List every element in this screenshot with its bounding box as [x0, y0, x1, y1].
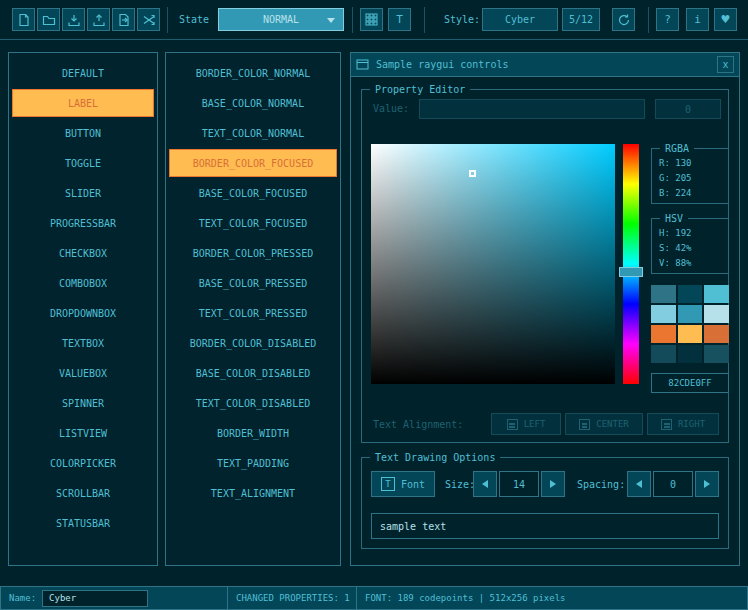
style-combo-value: Cyber [505, 14, 535, 25]
palette-swatch[interactable] [704, 345, 729, 363]
property-list-item[interactable]: TEXT_PADDING [169, 448, 337, 478]
value-input[interactable] [419, 99, 645, 119]
font-atlas-button[interactable]: T [388, 8, 411, 31]
properties-list: BORDER_COLOR_NORMAL BASE_COLOR_NORMAL TE… [165, 52, 341, 566]
close-button[interactable]: x [717, 56, 734, 73]
style-label: Style: [444, 14, 480, 25]
control-list-item[interactable]: DROPDOWNBOX [12, 298, 154, 328]
control-list-item[interactable]: DEFAULT [12, 58, 154, 88]
hue-slider-handle[interactable] [619, 267, 643, 277]
control-list-item-selected[interactable]: LABEL [12, 89, 154, 117]
style-combo[interactable]: Cyber [482, 8, 558, 31]
property-list-item-selected[interactable]: BORDER_COLOR_FOCUSED [169, 149, 337, 177]
spacing-value-box[interactable]: 0 [653, 471, 693, 497]
palette-swatch[interactable] [678, 345, 703, 363]
import-style-button[interactable] [87, 8, 110, 31]
property-list-item[interactable]: TEXT_COLOR_NORMAL [169, 118, 337, 148]
grid-icon [365, 13, 378, 26]
open-folder-icon [42, 13, 56, 27]
size-value-box[interactable]: 14 [499, 471, 539, 497]
arrow-right-icon [704, 480, 710, 488]
control-list-item[interactable]: TOGGLE [12, 148, 154, 178]
control-list-item[interactable]: LISTVIEW [12, 418, 154, 448]
help-button[interactable]: ? [656, 8, 679, 31]
property-list-item[interactable]: TEXT_COLOR_PRESSED [169, 298, 337, 328]
palette-swatch[interactable] [678, 325, 703, 343]
sample-text-input[interactable]: sample text [371, 513, 719, 539]
control-list-item[interactable]: VALUEBOX [12, 358, 154, 388]
property-list-item[interactable]: BORDER_WIDTH [169, 418, 337, 448]
property-list-item[interactable]: BASE_COLOR_DISABLED [169, 358, 337, 388]
align-left-button[interactable]: LEFT [491, 413, 561, 435]
sponsor-button[interactable]: ♥ [714, 8, 737, 31]
size-increment-button[interactable] [541, 471, 565, 497]
hue-slider[interactable] [623, 144, 639, 384]
spacing-decrement-button[interactable] [627, 471, 651, 497]
palette-swatch[interactable] [678, 285, 703, 303]
property-list-item[interactable]: TEXT_COLOR_DISABLED [169, 388, 337, 418]
align-left-icon [507, 419, 518, 430]
color-picker-area[interactable] [371, 144, 615, 384]
font-button-label: Font [401, 479, 425, 490]
reload-icon [617, 13, 631, 27]
toolbar: State NORMAL T Style: Cyber 5/12 [0, 0, 748, 40]
property-list-item[interactable]: BASE_COLOR_NORMAL [169, 88, 337, 118]
size-decrement-button[interactable] [473, 471, 497, 497]
save-style-button[interactable] [62, 8, 85, 31]
palette-swatch[interactable] [678, 305, 703, 323]
text-options-group-label: Text Drawing Options [370, 450, 500, 465]
style-count-button[interactable]: 5/12 [562, 8, 600, 31]
color-picker-cursor[interactable] [469, 170, 476, 177]
palette-swatch[interactable] [651, 325, 676, 343]
palette-swatch[interactable] [704, 325, 729, 343]
value-button[interactable]: 0 [655, 99, 721, 119]
control-list-item[interactable]: SLIDER [12, 178, 154, 208]
property-list-item[interactable]: BASE_COLOR_FOCUSED [169, 178, 337, 208]
reload-style-button[interactable] [612, 8, 635, 31]
export-style-button[interactable] [112, 8, 135, 31]
control-list-item[interactable]: TEXTBOX [12, 328, 154, 358]
control-list-item[interactable]: CHECKBOX [12, 238, 154, 268]
random-style-button[interactable] [137, 8, 160, 31]
palette-swatch[interactable] [651, 285, 676, 303]
state-dropdown[interactable]: NORMAL [218, 8, 344, 31]
control-list-item[interactable]: SCROLLBAR [12, 478, 154, 508]
property-list-item[interactable]: BASE_COLOR_PRESSED [169, 268, 337, 298]
control-list-item[interactable]: COMBOBOX [12, 268, 154, 298]
property-list-item[interactable]: BORDER_COLOR_PRESSED [169, 238, 337, 268]
name-label: Name: [9, 593, 36, 603]
palette-swatch[interactable] [651, 305, 676, 323]
chevron-down-icon [327, 18, 335, 23]
load-style-button[interactable] [37, 8, 60, 31]
palette-swatch[interactable] [704, 305, 729, 323]
font-button[interactable]: T Font [371, 471, 435, 497]
new-style-button[interactable] [12, 8, 35, 31]
font-info-text: FONT: 189 codepoints | 512x256 pixels [365, 593, 565, 603]
spacing-increment-button[interactable] [695, 471, 719, 497]
property-list-item[interactable]: BORDER_COLOR_DISABLED [169, 328, 337, 358]
style-name-input[interactable]: Cyber [42, 590, 148, 607]
window-title-bar[interactable]: Sample raygui controls x [351, 53, 739, 77]
value-label: Value: [373, 103, 409, 114]
hsv-saturation-value: S: 42% [652, 241, 728, 256]
hex-color-input[interactable]: 82CDE0FF [651, 373, 729, 393]
property-list-item[interactable]: TEXT_ALIGNMENT [169, 478, 337, 508]
align-right-button[interactable]: RIGHT [647, 413, 719, 435]
control-list-item[interactable]: STATUSBAR [12, 508, 154, 538]
control-list-item[interactable]: PROGRESSBAR [12, 208, 154, 238]
about-button[interactable]: i [686, 8, 709, 31]
align-center-button[interactable]: CENTER [565, 413, 643, 435]
property-list-item[interactable]: TEXT_COLOR_FOCUSED [169, 208, 337, 238]
new-file-icon [17, 13, 31, 27]
control-list-item[interactable]: BUTTON [12, 118, 154, 148]
palette-swatch[interactable] [651, 345, 676, 363]
control-list-item[interactable]: SPINNER [12, 388, 154, 418]
style-table-button[interactable] [360, 8, 383, 31]
palette-swatch[interactable] [704, 285, 729, 303]
control-list-item[interactable]: COLORPICKER [12, 448, 154, 478]
hsv-value-value: V: 88% [652, 256, 728, 271]
align-left-label: LEFT [524, 419, 546, 429]
property-list-item[interactable]: BORDER_COLOR_NORMAL [169, 58, 337, 88]
arrow-left-icon [636, 480, 642, 488]
question-icon: ? [664, 13, 671, 26]
